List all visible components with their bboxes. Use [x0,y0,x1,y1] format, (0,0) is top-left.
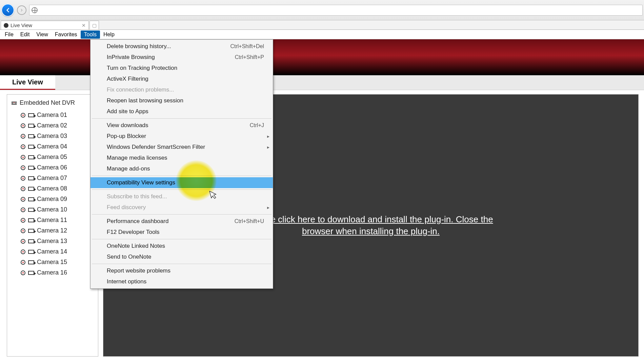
menu-label: Compatibility View settings [107,178,175,187]
menu-send-to-onenote[interactable]: Send to OneNote [90,252,273,262]
menu-label: View downloads [107,121,148,130]
menu-add-site-to-apps[interactable]: Add site to Apps [90,106,273,117]
camera-item[interactable]: Camera 11 [7,215,98,225]
menu-label: Windows Defender SmartScreen Filter [107,143,205,152]
camera-item[interactable]: Camera 08 [7,183,98,194]
camera-label: Camera 11 [37,217,67,224]
menu-subscribe-to-this-feed: Subscribe to this feed... [90,191,273,202]
camera-label: Camera 01 [37,112,67,119]
camera-icon [28,134,34,138]
menu-turn-on-tracking-protection[interactable]: Turn on Tracking Protection [90,63,273,74]
camera-item[interactable]: Camera 16 [7,267,98,278]
menu-onenote-linked-notes[interactable]: OneNote Linked Notes [90,241,273,252]
camera-icon [28,113,34,117]
new-tab-button[interactable]: ▢ [89,21,99,29]
menu-view-downloads[interactable]: View downloadsCtrl+J [90,120,273,131]
menu-item-file[interactable]: File [1,31,17,39]
menu-performance-dashboard[interactable]: Performance dashboardCtrl+Shift+U [90,216,273,227]
camera-icon [28,176,34,180]
menu-manage-media-licenses[interactable]: Manage media licenses [90,153,273,163]
camera-icon [28,145,34,149]
camera-item[interactable]: Camera 02 [7,120,98,131]
tree-root[interactable]: 📼 Embedded Net DVR [7,98,98,108]
address-bar[interactable] [29,5,643,16]
camera-icon [28,271,34,275]
camera-item[interactable]: Camera 09 [7,194,98,204]
camera-sidebar: 📼 Embedded Net DVR Camera 01Camera 02Cam… [7,94,98,357]
menu-shortcut: Ctrl+J [250,121,264,130]
tab-title: Live View [11,22,32,28]
camera-item[interactable]: Camera 01 [7,110,98,120]
camera-item[interactable]: Camera 10 [7,204,98,215]
menu-windows-defender-smartscreen-filter[interactable]: Windows Defender SmartScreen Filter [90,142,273,153]
camera-label: Camera 15 [37,259,67,266]
menu-f12-developer-tools[interactable]: F12 Developer Tools [90,227,273,238]
camera-item[interactable]: Camera 13 [7,236,98,246]
plugin-download-link[interactable]: Please click here to download and instal… [232,214,510,237]
menu-label: Reopen last browsing session [107,96,183,105]
camera-icon [28,239,34,243]
record-status-icon [21,218,25,223]
nav-forward-button[interactable] [17,5,26,15]
close-tab-icon[interactable]: ✕ [82,23,86,28]
menu-label: Manage add-ons [107,164,150,173]
record-status-icon [21,186,25,191]
menu-fix-connection-problems: Fix connection problems... [90,84,273,95]
menu-compatibility-view-settings[interactable]: Compatibility View settings [90,177,273,188]
menu-shortcut: Ctrl+Shift+P [235,53,264,62]
menu-item-help[interactable]: Help [100,31,118,39]
camera-icon [28,229,34,233]
camera-label: Camera 13 [37,238,67,245]
record-status-icon [21,155,25,160]
camera-item[interactable]: Camera 03 [7,131,98,141]
menu-label: Fix connection problems... [107,85,174,94]
camera-icon [28,155,34,159]
menu-bar: FileEditViewFavoritesToolsHelp [0,30,644,39]
camera-label: Camera 10 [37,206,67,213]
menu-shortcut: Ctrl+Shift+Del [230,42,264,51]
menu-item-view[interactable]: View [33,31,51,39]
camera-icon [28,250,34,254]
menu-label: F12 Developer Tools [107,228,160,237]
camera-icon [28,187,34,191]
tools-menu-dropdown: Delete browsing history...Ctrl+Shift+Del… [90,39,273,289]
record-status-icon [21,270,25,275]
menu-reopen-last-browsing-session[interactable]: Reopen last browsing session [90,95,273,106]
record-status-icon [21,207,25,212]
menu-label: Send to OneNote [107,253,151,261]
browser-toolbar [0,0,644,20]
menu-label: Internet options [107,277,146,286]
nav-back-button[interactable] [1,4,14,17]
camera-item[interactable]: Camera 07 [7,173,98,183]
menu-report-website-problems[interactable]: Report website problems [90,265,273,276]
camera-icon [28,208,34,212]
menu-item-tools[interactable]: Tools [81,31,100,39]
menu-separator [92,118,271,119]
menu-item-edit[interactable]: Edit [17,31,33,39]
menu-internet-options[interactable]: Internet options [90,276,273,287]
camera-list: Camera 01Camera 02Camera 03Camera 04Came… [7,110,98,278]
camera-item[interactable]: Camera 04 [7,141,98,152]
menu-activex-filtering[interactable]: ActiveX Filtering [90,74,273,84]
record-status-icon [21,197,25,202]
menu-item-favorites[interactable]: Favorites [52,31,81,39]
browser-tab[interactable]: Live View ✕ [1,21,89,29]
camera-item[interactable]: Camera 12 [7,225,98,236]
camera-item[interactable]: Camera 14 [7,246,98,257]
record-status-icon [21,165,25,170]
favicon-icon [4,23,8,28]
record-status-icon [21,260,25,265]
menu-separator [92,264,271,264]
tab-label: Live View [12,78,43,86]
camera-label: Camera 08 [37,185,67,192]
menu-inprivate-browsing[interactable]: InPrivate BrowsingCtrl+Shift+P [90,52,273,63]
menu-manage-add-ons[interactable]: Manage add-ons [90,163,273,174]
tab-live-view[interactable]: Live View [0,75,55,90]
menu-label: ActiveX Filtering [107,75,148,83]
camera-item[interactable]: Camera 15 [7,257,98,267]
menu-pop-up-blocker[interactable]: Pop-up Blocker [90,131,273,142]
menu-delete-browsing-history[interactable]: Delete browsing history...Ctrl+Shift+Del [90,41,273,52]
record-status-icon [21,144,25,149]
camera-item[interactable]: Camera 06 [7,162,98,173]
camera-item[interactable]: Camera 05 [7,152,98,162]
